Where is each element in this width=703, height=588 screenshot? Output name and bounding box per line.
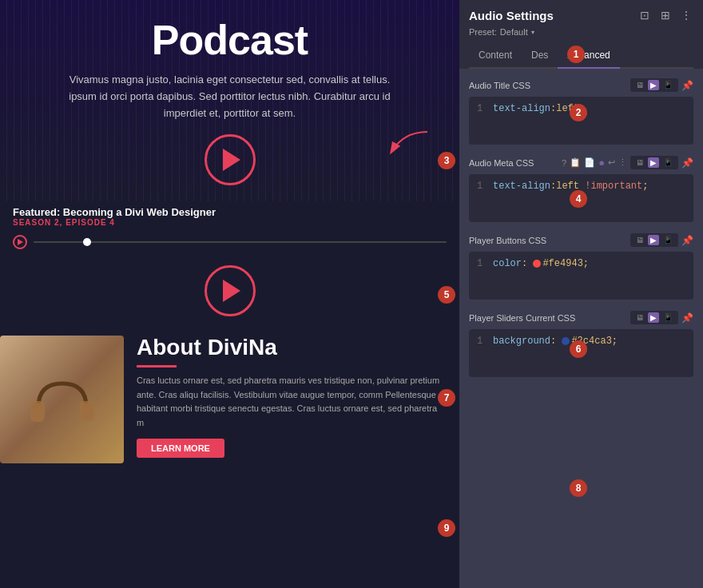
arrow-indicator bbox=[387, 128, 435, 163]
audio-title-css-label: Audio Title CSS bbox=[469, 81, 530, 90]
desktop-icon-3[interactable]: 🖥 bbox=[633, 235, 646, 245]
grid-icon[interactable]: ⊞ bbox=[658, 8, 673, 22]
settings-panel: Audio Settings ⊡ ⊞ ⋮ Preset: Default ▾ C… bbox=[459, 0, 703, 588]
pin-icon-3[interactable]: 📌 bbox=[681, 235, 693, 246]
featured-section: Featured: Becoming a Divi Web Designer S… bbox=[0, 201, 459, 230]
paste-icon[interactable]: 📄 bbox=[584, 157, 595, 168]
preset-value[interactable]: Default bbox=[500, 27, 528, 37]
device-icons-4: 🖥 ▶ 📱 bbox=[630, 311, 678, 324]
mobile-icon[interactable]: 📱 bbox=[661, 80, 675, 90]
audio-meta-css-section: Audio Meta CSS ? 📋 📄 ● ↩ ⋮ 🖥 ▶ 📱 📌 bbox=[469, 156, 693, 222]
player-sliders-css-label-row: Player Sliders Current CSS 🖥 ▶ 📱 📌 bbox=[469, 311, 693, 324]
player-sliders-css-icons: 🖥 ▶ 📱 📌 bbox=[630, 311, 693, 324]
options-icon[interactable]: ⋮ bbox=[618, 157, 627, 168]
pin-icon-4[interactable]: 📌 bbox=[681, 312, 693, 324]
desktop-icon-2[interactable]: 🖥 bbox=[633, 157, 646, 168]
header-icons: ⊡ ⊞ ⋮ bbox=[637, 8, 693, 22]
mobile-icon-2[interactable]: 📱 bbox=[661, 157, 675, 168]
progress-track[interactable] bbox=[34, 241, 447, 243]
active-indicator[interactable]: ● bbox=[598, 157, 605, 169]
website-preview: Podcast Vivamus magna justo, lacinia ege… bbox=[0, 0, 459, 588]
player-buttons-css-section: Player Buttons CSS 🖥 ▶ 📱 📌 1 color: #fe4… bbox=[469, 233, 693, 300]
about-text: About DiviNa Cras luctus ornare est, sed… bbox=[124, 336, 459, 463]
device-icons-2: 🖥 ▶ 📱 bbox=[630, 156, 678, 169]
tab-design[interactable]: Des bbox=[522, 43, 558, 67]
audio-meta-css-icons: ? 📋 📄 ● ↩ ⋮ 🖥 ▶ 📱 📌 bbox=[562, 156, 693, 169]
badge-1: 1 bbox=[567, 46, 585, 63]
player-buttons-css-editor[interactable]: 1 color: #fe4943; bbox=[469, 252, 693, 300]
more-icon[interactable]: ⋮ bbox=[679, 8, 693, 22]
code-line-3: 1 color: #fe4943; bbox=[477, 258, 685, 269]
preset-chevron-icon[interactable]: ▾ bbox=[531, 29, 534, 36]
display-icon[interactable]: ⊡ bbox=[637, 8, 652, 22]
tablet-icon[interactable]: ▶ bbox=[648, 80, 659, 90]
audio-title-css-icons: 🖥 ▶ 📱 📌 bbox=[630, 78, 693, 92]
audio-progress-bar bbox=[0, 230, 459, 254]
device-icons-3: 🖥 ▶ 📱 bbox=[630, 233, 678, 247]
badge-9: 9 bbox=[438, 519, 455, 537]
badge-8: 8 bbox=[570, 479, 587, 497]
badge-4: 4 bbox=[570, 190, 587, 208]
audio-meta-css-label: Audio Meta CSS bbox=[469, 158, 534, 168]
desktop-icon[interactable]: 🖥 bbox=[633, 80, 646, 90]
mobile-icon-3[interactable]: 📱 bbox=[661, 235, 675, 245]
badge-3: 3 bbox=[438, 152, 455, 169]
tablet-icon-2[interactable]: ▶ bbox=[648, 157, 659, 168]
desktop-icon-4[interactable]: 🖥 bbox=[633, 312, 646, 323]
svg-rect-4 bbox=[80, 401, 94, 422]
copy-icon[interactable]: 📋 bbox=[570, 157, 581, 168]
badge-2: 2 bbox=[570, 104, 587, 121]
play-button-main[interactable] bbox=[205, 134, 256, 185]
player-buttons-css-label-row: Player Buttons CSS 🖥 ▶ 📱 📌 bbox=[469, 233, 693, 247]
pin-icon-1[interactable]: 📌 bbox=[681, 80, 693, 91]
play-small-button[interactable] bbox=[13, 235, 27, 249]
mobile-icon-4[interactable]: 📱 bbox=[661, 312, 675, 323]
badge-5: 5 bbox=[438, 286, 455, 304]
audio-meta-css-label-row: Audio Meta CSS ? 📋 📄 ● ↩ ⋮ 🖥 ▶ 📱 📌 bbox=[469, 156, 693, 169]
player-buttons-css-label: Player Buttons CSS bbox=[469, 236, 546, 245]
about-description: Cras luctus ornare est, sed pharetra mau… bbox=[137, 374, 447, 430]
about-underline bbox=[137, 365, 177, 368]
svg-rect-3 bbox=[30, 401, 45, 422]
audio-title-css-label-row: Audio Title CSS 🖥 ▶ 📱 📌 bbox=[469, 78, 693, 92]
settings-title: Audio Settings bbox=[469, 9, 554, 22]
preset-label: Preset: bbox=[469, 27, 497, 37]
help-icon[interactable]: ? bbox=[562, 158, 566, 168]
undo-icon[interactable]: ↩ bbox=[608, 157, 615, 168]
about-button[interactable]: LEARN MORE bbox=[137, 439, 224, 458]
tablet-icon-3[interactable]: ▶ bbox=[648, 235, 659, 245]
settings-header-top: Audio Settings ⊡ ⊞ ⋮ bbox=[469, 8, 693, 22]
about-title: About DiviNa bbox=[137, 336, 447, 360]
player-sliders-css-label: Player Sliders Current CSS bbox=[469, 313, 575, 323]
settings-body: Audio Title CSS 🖥 ▶ 📱 📌 1 text-align:lef… bbox=[459, 69, 703, 588]
podcast-title: Podcast bbox=[32, 16, 427, 64]
pin-icon-2[interactable]: 📌 bbox=[681, 157, 693, 169]
tab-content[interactable]: Content bbox=[469, 43, 522, 67]
headphones-image bbox=[0, 336, 124, 463]
about-section: About DiviNa Cras luctus ornare est, sed… bbox=[0, 328, 459, 463]
season-label: SEASON 2, EPISODE 4 bbox=[13, 218, 447, 227]
featured-label: Featured: Becoming a Divi Web Designer bbox=[13, 206, 447, 218]
tablet-icon-4[interactable]: ▶ bbox=[648, 312, 659, 323]
podcast-description: Vivamus magna justo, lacinia eget consec… bbox=[62, 72, 398, 121]
player-buttons-css-icons: 🖥 ▶ 📱 📌 bbox=[630, 233, 693, 247]
badge-7: 7 bbox=[438, 389, 455, 407]
badge-6: 6 bbox=[570, 340, 587, 358]
progress-dot bbox=[83, 238, 91, 246]
preset-row: Preset: Default ▾ bbox=[469, 27, 693, 37]
play-button-secondary[interactable] bbox=[205, 265, 256, 316]
podcast-section: Podcast Vivamus magna justo, lacinia ege… bbox=[0, 0, 459, 201]
device-icons-1: 🖥 ▶ 📱 bbox=[630, 78, 678, 92]
